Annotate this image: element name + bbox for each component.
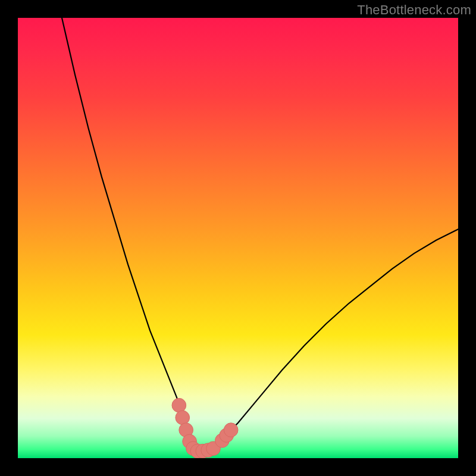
curve-marker	[224, 423, 238, 437]
curve-marker	[176, 411, 190, 425]
chart-frame: TheBottleneck.com	[0, 0, 476, 476]
bottleneck-curve	[62, 18, 458, 449]
curve-markers	[172, 398, 238, 458]
curve-marker	[172, 398, 186, 412]
chart-svg	[18, 18, 458, 458]
watermark-text: TheBottleneck.com	[357, 2, 471, 18]
plot-area	[18, 18, 458, 458]
